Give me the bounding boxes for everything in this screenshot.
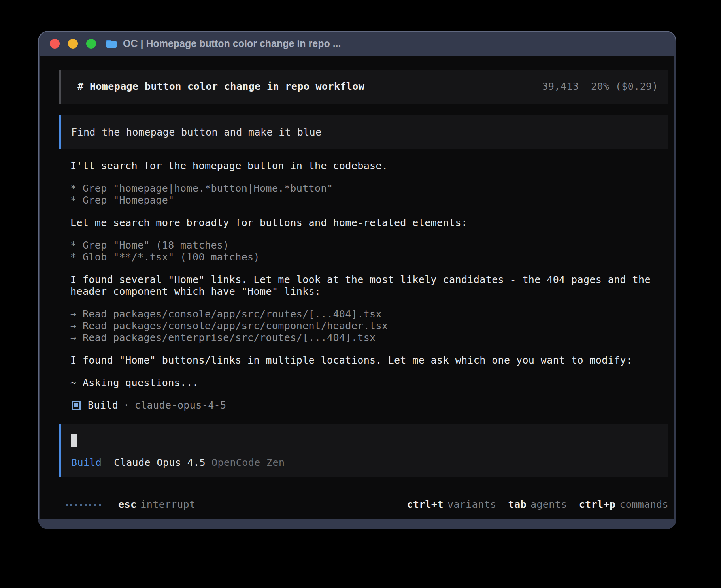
- esc-key: esc: [118, 499, 136, 511]
- folder-icon: [106, 39, 117, 49]
- spinner-dot: [85, 504, 87, 506]
- tool-call-read: → Read packages/console/app/src/routes/[…: [70, 308, 668, 320]
- tool-call-grep: * Grep "homepage|home.*button|Home.*butt…: [70, 183, 668, 194]
- ctrl-t-key: ctrl+t: [407, 499, 444, 511]
- session-title: # Homepage button color change in repo w…: [77, 81, 364, 92]
- assistant-text-group: I found several "Home" links. Let me loo…: [70, 274, 668, 298]
- spinner-dot: [70, 504, 72, 506]
- spinner-dot: [75, 504, 77, 506]
- agents-label: agents: [530, 499, 567, 511]
- agent-build-icon-fill: [74, 403, 78, 407]
- tab-key: tab: [508, 499, 527, 511]
- spinner-dot: [99, 504, 101, 506]
- assistant-text: I'll search for the homepage button in t…: [70, 160, 668, 172]
- tool-call-read: → Read packages/console/app/src/componen…: [70, 320, 668, 332]
- tool-call-group: * Grep "homepage|home.*button|Home.*butt…: [70, 183, 668, 206]
- assistant-text: header component which have "Home" links…: [70, 286, 668, 298]
- close-button[interactable]: [50, 39, 60, 49]
- conversation: I'll search for the homepage button in t…: [59, 160, 668, 411]
- assistant-text: Let me search more broadly for buttons a…: [70, 217, 668, 229]
- tool-call-group: * Grep "Home" (18 matches) * Glob "**/*.…: [70, 239, 668, 263]
- status-bar: esc interrupt ctrl+t variants tab agents…: [59, 499, 668, 511]
- assistant-text: I found several "Home" links. Let me loo…: [70, 274, 668, 286]
- tool-call-grep: * Grep "Homepage": [70, 194, 668, 206]
- window-title: OC | Homepage button color change in rep…: [123, 38, 341, 49]
- session-header: # Homepage button color change in repo w…: [59, 70, 668, 104]
- assistant-text-group: I'll search for the homepage button in t…: [70, 160, 668, 172]
- commands-label: commands: [619, 499, 668, 511]
- tool-call-group: → Read packages/console/app/src/routes/[…: [70, 308, 668, 344]
- user-message-text: Find the homepage button and make it blu…: [71, 126, 658, 138]
- hint-variants: ctrl+t variants: [407, 499, 496, 511]
- input-provider-label: OpenCode Zen: [211, 457, 285, 469]
- assistant-text-group: I found "Home" buttons/links in multiple…: [70, 354, 668, 366]
- terminal-window: OC | Homepage button color change in rep…: [38, 31, 676, 529]
- agent-name: Build: [88, 400, 118, 411]
- window-footer-strip: [38, 519, 676, 529]
- text-cursor: [71, 434, 77, 447]
- session-stats: 39,413 20% ($0.29): [542, 81, 658, 92]
- esc-label: interrupt: [140, 499, 195, 511]
- terminal-content: # Homepage button color change in repo w…: [40, 56, 674, 519]
- spinner-dot: [80, 504, 82, 506]
- keyboard-hints: ctrl+t variants tab agents ctrl+p comman…: [407, 499, 668, 511]
- tool-call-grep: * Grep "Home" (18 matches): [70, 239, 668, 251]
- tool-call-read: → Read packages/enterprise/src/routes/[.…: [70, 332, 668, 344]
- minimize-button[interactable]: [68, 39, 78, 49]
- input-mode-label: Build: [71, 457, 102, 469]
- input-meta-row: Build Claude Opus 4.5 OpenCode Zen: [71, 457, 658, 469]
- spinner-dot: [66, 504, 68, 506]
- agent-status-row: Build · claude-opus-4-5: [70, 400, 668, 411]
- prompt-input[interactable]: Build Claude Opus 4.5 OpenCode Zen: [59, 424, 668, 477]
- hint-interrupt: esc interrupt: [118, 499, 195, 511]
- asking-questions-status: ~ Asking questions...: [70, 377, 668, 389]
- spinner: [66, 504, 101, 506]
- agent-separator: ·: [123, 400, 129, 411]
- input-model-label: Claude Opus 4.5: [114, 457, 206, 469]
- ctrl-p-key: ctrl+p: [579, 499, 616, 511]
- spinner-dot: [89, 504, 91, 506]
- window-title-group: OC | Homepage button color change in rep…: [106, 38, 341, 49]
- window-controls: [50, 39, 96, 49]
- titlebar[interactable]: OC | Homepage button color change in rep…: [38, 31, 676, 56]
- assistant-text: I found "Home" buttons/links in multiple…: [70, 354, 668, 366]
- user-message: Find the homepage button and make it blu…: [59, 115, 668, 149]
- status-text-group: ~ Asking questions...: [70, 377, 668, 389]
- agent-build-icon: [72, 401, 81, 410]
- variants-label: variants: [447, 499, 496, 511]
- agent-model: claude-opus-4-5: [135, 400, 226, 411]
- maximize-button[interactable]: [86, 39, 96, 49]
- assistant-text-group: Let me search more broadly for buttons a…: [70, 217, 668, 229]
- spinner-dot: [94, 504, 96, 506]
- hint-agents: tab agents: [508, 499, 567, 511]
- tool-call-glob: * Glob "**/*.tsx" (100 matches): [70, 251, 668, 263]
- hint-commands: ctrl+p commands: [579, 499, 668, 511]
